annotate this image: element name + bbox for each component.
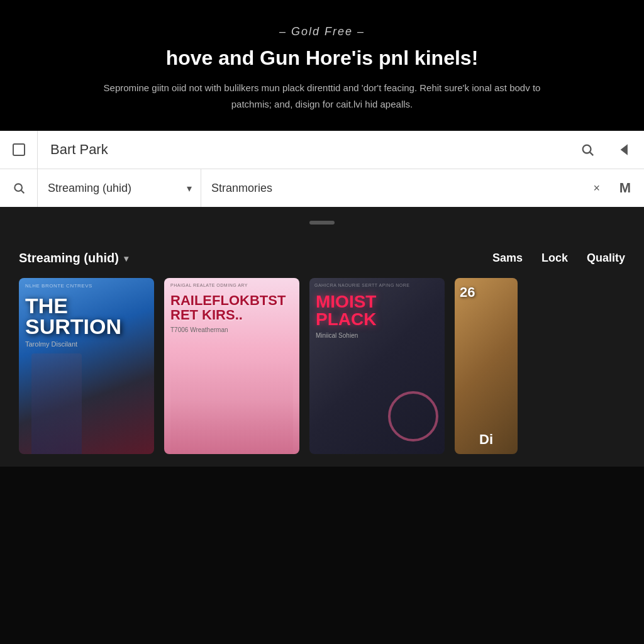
hero-title: hove and Gun Hore'is pnl kinels! (50, 46, 594, 70)
svg-point-4 (14, 184, 22, 192)
movie-card-2[interactable]: PHAIGAL REALATE ODMING ARY RAILEFLOKBTST… (164, 278, 299, 454)
content-area: Streaming (uhid) ▾ Sams Lock Quality NLH… (0, 238, 644, 467)
box-icon[interactable] (0, 131, 38, 169)
hero-description: Sepromine giitn oiid not with bulilkers … (102, 80, 542, 112)
divider-area (0, 207, 644, 238)
streaming-text: Streaming (uhid) (19, 251, 119, 265)
menu-button[interactable]: M (606, 169, 644, 207)
hero-subtitle: – Gold Free – (50, 25, 594, 38)
search-icon-small[interactable] (0, 169, 38, 207)
card1-title: THESURTION Tarolmy Discilant (25, 296, 148, 348)
movie-card-1[interactable]: NLHE BRONTE CNTREVS THESURTION Tarolmy D… (19, 278, 154, 454)
filter-input[interactable] (201, 169, 606, 207)
search-row-1 (0, 131, 644, 169)
tab-sams[interactable]: Sams (492, 252, 523, 265)
filter-input-wrapper: × (201, 169, 606, 207)
tab-lock[interactable]: Lock (541, 252, 568, 265)
search-area: Streaming (uhid) Option 2 Option 3 ▾ × M (0, 131, 644, 207)
movie-card-4[interactable]: 26 Di (455, 278, 518, 454)
search-row-2: Streaming (uhid) Option 2 Option 3 ▾ × M (0, 169, 644, 207)
scroll-indicator (309, 221, 335, 225)
movie-card-3[interactable]: GAHICRA NAOURIE SERTT APING NORE MIOISTP… (309, 278, 445, 454)
category-dropdown[interactable]: Streaming (uhid) Option 2 Option 3 (38, 169, 201, 207)
card1-top-text: NLHE BRONTE CNTREVS (25, 283, 92, 289)
svg-rect-0 (13, 144, 25, 155)
card2-title: RAILEFLOKBTSTRET KIRS.. T7006 Wreatherma… (170, 293, 293, 333)
search-button[interactable] (569, 131, 606, 169)
nav-tabs: Sams Lock Quality (492, 252, 625, 265)
clear-button[interactable]: × (593, 182, 600, 195)
card4-number: 26 (460, 284, 475, 301)
movies-grid: NLHE BRONTE CNTREVS THESURTION Tarolmy D… (19, 278, 644, 467)
card4-title: Di (457, 431, 515, 448)
dropdown-wrapper: Streaming (uhid) Option 2 Option 3 ▾ (38, 169, 201, 207)
back-button[interactable] (606, 131, 644, 169)
card3-title: MIOISTPLACK Miniical Sohien (316, 293, 438, 339)
main-search-input[interactable] (38, 131, 569, 169)
streaming-label[interactable]: Streaming (uhid) ▾ (19, 251, 492, 265)
tab-quality[interactable]: Quality (587, 252, 625, 265)
svg-point-1 (583, 145, 591, 153)
menu-icon: M (619, 180, 631, 196)
card2-top-text: PHAIGAL REALATE ODMING ARY (170, 283, 248, 287)
svg-marker-3 (622, 146, 627, 154)
content-header: Streaming (uhid) ▾ Sams Lock Quality (19, 238, 644, 278)
card3-top-text: GAHICRA NAOURIE SERTT APING NORE (314, 283, 410, 287)
svg-line-5 (21, 191, 24, 194)
hero-section: – Gold Free – hove and Gun Hore'is pnl k… (0, 0, 644, 131)
chevron-down-icon: ▾ (124, 253, 128, 264)
svg-line-2 (590, 153, 593, 156)
